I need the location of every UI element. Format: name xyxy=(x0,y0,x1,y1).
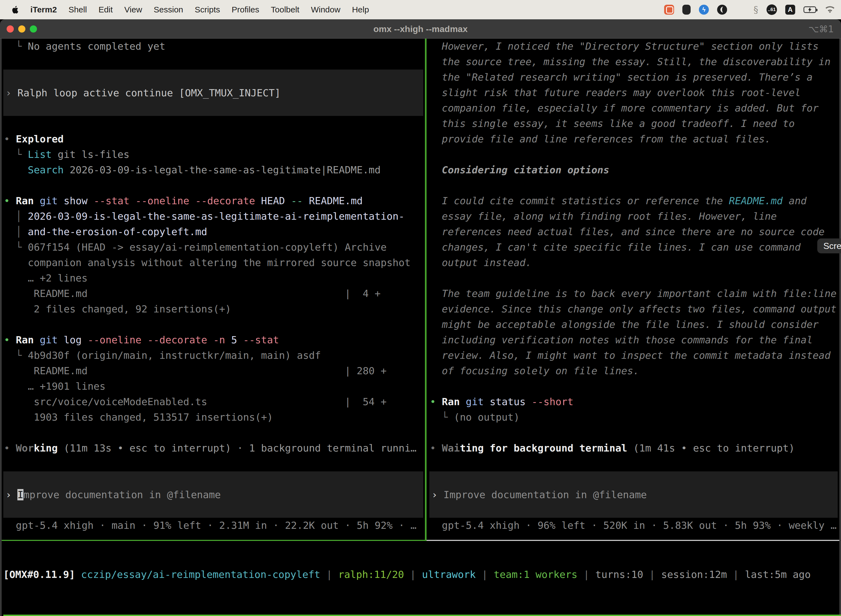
terminal-text-segment: (11m 13s • esc to interrupt) · 1 backgro… xyxy=(58,442,416,454)
terminal-text-segment: › xyxy=(6,489,18,500)
terminal-line: • Ran git log --oneline --decorate -n 5 … xyxy=(4,332,425,348)
terminal-line: companion file, especially if more comme… xyxy=(430,100,840,116)
terminal-text-segment: • xyxy=(4,442,16,454)
terminal-text-segment: git xyxy=(40,334,58,346)
terminal-line xyxy=(4,178,425,193)
terminal-text-segment: Ran xyxy=(16,195,34,207)
terminal-text-segment: | xyxy=(476,569,494,580)
terminal-line xyxy=(4,425,425,440)
input-source-icon[interactable]: A xyxy=(785,5,795,15)
tmux-session-window[interactable]: [omx-cczip0:bash* xyxy=(6,615,107,616)
keypad-shield-icon[interactable] xyxy=(682,5,691,15)
messages-icon[interactable] xyxy=(664,5,674,15)
terminal-text-segment: • xyxy=(430,396,442,407)
terminal-line xyxy=(4,456,425,471)
prompt-input-box[interactable]: › Ralph loop active continue [OMX_TMUX_I… xyxy=(3,70,423,116)
terminal-area: └ No agents completed yet› Ralph loop ac… xyxy=(0,39,841,616)
terminal-text-segment: team:1 workers xyxy=(494,569,577,580)
hook-icon[interactable]: § xyxy=(753,4,758,15)
battery-charging-icon[interactable] xyxy=(803,6,816,13)
terminal-line: changes, I can't cite specific file line… xyxy=(430,239,840,255)
terminal-text-segment: … +2 lines xyxy=(4,273,88,284)
terminal-text-segment: companion file, especially if more comme… xyxy=(430,103,819,114)
terminal-line xyxy=(430,378,840,394)
terminal-text-segment: • xyxy=(4,195,16,207)
terminal-text-segment: turns:10 xyxy=(595,569,643,580)
terminal-text-segment: and-the-erosion-of-copyleft.md xyxy=(28,226,207,238)
menu-item-session[interactable]: Session xyxy=(154,5,183,14)
terminal-text-segment: | xyxy=(577,569,595,580)
terminal-text-segment: 4b9d30f (origin/main, instructkr/main, m… xyxy=(28,350,321,361)
menu-item-iterm2[interactable]: iTerm2 xyxy=(30,5,57,14)
terminal-text-segment: Improve documentation in @filename xyxy=(443,489,647,500)
prompt-input-box[interactable]: › Improve documentation in @filename xyxy=(3,471,423,518)
terminal-text-segment: | xyxy=(404,569,422,580)
terminal-line: I could cite commit statistics or refere… xyxy=(430,193,840,209)
terminal-text-segment: this single essay, it seems like a good … xyxy=(430,118,795,129)
terminal-line xyxy=(4,317,425,332)
terminal-text-segment xyxy=(34,334,40,346)
terminal-line: gpt-5.4 xhigh · 96% left · 520K in · 5.8… xyxy=(430,518,840,533)
terminal-text-segment: • xyxy=(4,334,16,346)
terminal-text-segment: Search xyxy=(28,164,64,176)
menu-items: iTerm2 Shell Edit View Session Scripts P… xyxy=(30,5,369,14)
terminal-line: │ 2026-03-09-is-legal-the-same-as-legiti… xyxy=(4,209,425,224)
window-title-bar: omx --xhigh --madmax ⌥⌘1 xyxy=(0,19,841,39)
menu-item-toolbelt[interactable]: Toolbelt xyxy=(271,5,299,14)
menu-item-help[interactable]: Help xyxy=(352,5,369,14)
timer-badge-icon[interactable]: ..61 xyxy=(766,4,777,15)
terminal-pane-left[interactable]: └ No agents completed yet› Ralph loop ac… xyxy=(1,39,425,540)
terminal-line: 2 files changed, 92 insertions(+) xyxy=(4,301,425,317)
tmux-status-bar: [omx-cczip0:bash* "MacBook-Pro-44.local"… xyxy=(3,615,841,616)
terminal-text-segment: session:12m xyxy=(661,569,727,580)
terminal-text-segment: log xyxy=(58,334,88,346)
terminal-text-segment: cczip/essay/ai-reimplementation-copyleft xyxy=(81,569,320,580)
terminal-pane-right[interactable]: However, I noticed the "Directory Struct… xyxy=(426,39,840,540)
blue-badge-icon[interactable]: ϟ xyxy=(699,5,709,15)
terminal-text-segment: README.md | 280 + xyxy=(4,365,387,377)
terminal-text-segment: Wai xyxy=(442,442,460,454)
menu-item-profiles[interactable]: Profiles xyxy=(231,5,259,14)
terminal-text-segment: git xyxy=(40,195,58,207)
terminal-line xyxy=(430,456,840,471)
terminal-text-segment: | xyxy=(643,569,661,580)
terminal-line: • Waiting for background terminal (1m 41… xyxy=(430,440,840,456)
terminal-text-segment: └ xyxy=(4,242,28,253)
terminal-line: companion analysis without altering the … xyxy=(4,255,425,270)
wifi-icon[interactable] xyxy=(825,6,835,14)
menu-item-window[interactable]: Window xyxy=(311,5,340,14)
terminal-line xyxy=(430,147,840,162)
terminal-line: 1903 files changed, 513517 insertions(+) xyxy=(4,409,425,425)
menu-item-edit[interactable]: Edit xyxy=(98,5,113,14)
terminal-line xyxy=(430,270,840,286)
menu-item-shell[interactable]: Shell xyxy=(69,5,87,14)
screen: iTerm2 Shell Edit View Session Scripts P… xyxy=(0,0,841,616)
terminal-text-segment: • xyxy=(4,133,16,145)
terminal-line: However, I noticed the "Directory Struct… xyxy=(430,39,840,54)
terminal-text-segment: README.md xyxy=(729,195,783,207)
active-pane-border xyxy=(1,540,425,541)
terminal-text-segment: HEAD xyxy=(255,195,291,207)
terminal-line xyxy=(430,178,840,193)
terminal-text-segment: Ran xyxy=(442,396,460,407)
terminal-text-segment: 2026-03-09-is-legal-the-same-as-legitima… xyxy=(28,211,404,222)
terminal-text-segment: --oneline --decorate -n xyxy=(88,334,225,346)
terminal-text-segment: The team guideline is to back every impo… xyxy=(430,288,837,299)
terminal-line: evidence. Since this change only affects… xyxy=(430,301,840,317)
menu-item-scripts[interactable]: Scripts xyxy=(195,5,220,14)
dots-grid-icon[interactable] xyxy=(736,5,745,15)
terminal-text-segment: ralph:11/20 xyxy=(338,569,404,580)
terminal-text-segment: the "Related research writing" section i… xyxy=(430,72,813,83)
terminal-text-segment: git ls-files xyxy=(51,149,129,160)
terminal-line xyxy=(430,425,840,440)
omx-status-line: [OMX#0.11.9] cczip/essay/ai-reimplementa… xyxy=(3,567,840,582)
terminal-line: src/voice/voiceModeEnabled.ts | 54 + xyxy=(4,394,425,409)
terminal-text-segment: I could cite commit statistics or refere… xyxy=(430,195,729,207)
terminal-text-segment: › xyxy=(432,489,443,500)
menu-item-view[interactable]: View xyxy=(125,5,142,14)
moon-pie-icon[interactable] xyxy=(717,5,727,15)
prompt-input-box[interactable]: › Improve documentation in @filename xyxy=(429,471,838,518)
terminal-text-segment: 1903 files changed, 513517 insertions(+) xyxy=(4,412,273,423)
apple-menu-icon[interactable] xyxy=(12,5,19,14)
terminal-text-segment xyxy=(460,396,466,407)
